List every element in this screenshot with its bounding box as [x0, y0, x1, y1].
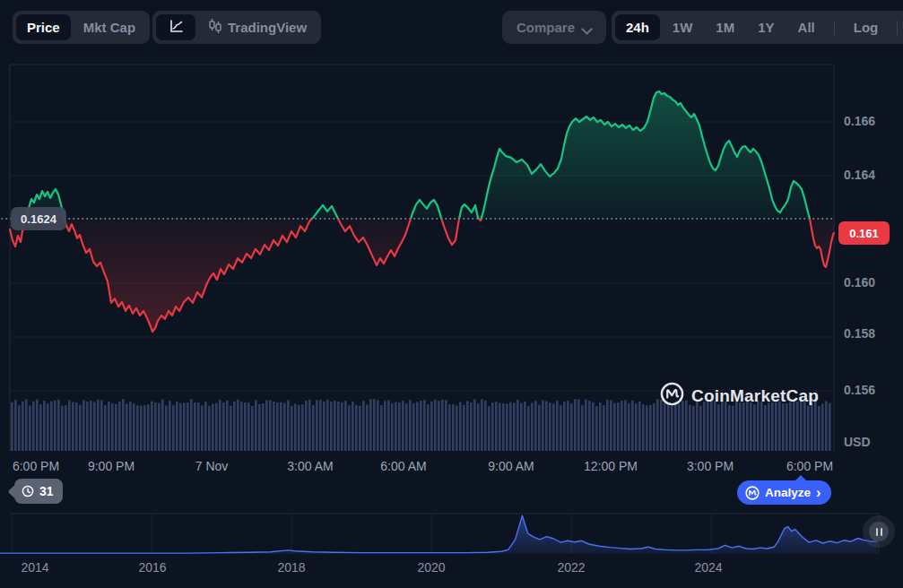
- range-1m[interactable]: 1M: [705, 14, 745, 40]
- y-axis-label: 0.164: [844, 168, 899, 182]
- y-axis-label: 0.160: [844, 275, 899, 290]
- range-all[interactable]: All: [787, 14, 826, 40]
- mini-x-axis-label: 2018: [277, 560, 305, 575]
- timeline-brush-handle[interactable]: [869, 522, 889, 541]
- history-count: 31: [39, 484, 54, 498]
- analyze-button[interactable]: Analyze ›: [737, 480, 831, 505]
- x-axis-label: 6:00 PM: [786, 459, 833, 473]
- y-axis-label: 0.156: [844, 383, 899, 397]
- mini-timeline-chart[interactable]: [0, 514, 879, 554]
- candlestick-icon: [208, 18, 222, 37]
- clock-history-icon: [21, 484, 35, 498]
- line-chart-icon: [169, 19, 184, 37]
- x-axis-label: 9:00 AM: [488, 459, 534, 473]
- toolbar-divider: [897, 21, 898, 35]
- x-axis-label: 3:00 AM: [287, 459, 333, 473]
- chevron-right-icon: ›: [816, 486, 821, 500]
- compare-label: Compare: [517, 20, 575, 35]
- range-1w[interactable]: 1W: [662, 14, 704, 40]
- coinmarketcap-watermark: CoinMarketCap: [660, 382, 819, 410]
- history-badge[interactable]: 31: [14, 479, 63, 504]
- range-selector-group: 24h 1W 1M 1Y All Log: [612, 11, 903, 44]
- mkt-cap-tab[interactable]: Mkt Cap: [73, 14, 146, 40]
- toolbar-divider: [834, 21, 835, 35]
- metric-toggle-group: Price Mkt Cap: [13, 11, 150, 44]
- mini-x-axis-label: 2014: [21, 560, 48, 575]
- coinmarketcap-logo-icon: [660, 382, 684, 410]
- baseline-price-badge: 0.1624: [11, 207, 66, 230]
- cmc-logo-icon: [745, 486, 760, 500]
- mini-x-axis-label: 2022: [557, 560, 585, 575]
- compare-button[interactable]: Compare: [502, 11, 606, 44]
- x-axis-label: 9:00 PM: [88, 459, 135, 473]
- current-price-badge: 0.161: [838, 221, 890, 245]
- y-axis-label: 0.158: [844, 326, 899, 341]
- range-1y[interactable]: 1Y: [747, 14, 785, 40]
- price-chart-page: Price Mkt Cap Tr: [0, 0, 903, 588]
- x-axis-label: 12:00 PM: [584, 459, 638, 473]
- log-scale-toggle[interactable]: Log: [843, 14, 890, 40]
- x-axis-label: 6:00 PM: [13, 459, 59, 473]
- x-axis-label: 3:00 PM: [687, 459, 734, 473]
- price-tab[interactable]: Price: [16, 14, 71, 40]
- x-axis-label: 7 Nov: [195, 459, 229, 473]
- tradingview-label: TradingView: [228, 20, 307, 35]
- range-24h[interactable]: 24h: [615, 14, 660, 40]
- currency-label: USD: [844, 435, 899, 449]
- chart-style-group: TradingView: [152, 11, 321, 44]
- watermark-text: CoinMarketCap: [691, 386, 819, 406]
- y-axis-label: 0.166: [844, 114, 899, 128]
- mini-x-axis-label: 2024: [694, 560, 722, 575]
- line-chart-toggle[interactable]: [156, 14, 195, 40]
- analyze-label: Analyze: [765, 486, 811, 499]
- mini-timeline-line: [0, 515, 878, 553]
- price-line: [2, 91, 836, 332]
- tradingview-toggle[interactable]: TradingView: [197, 14, 317, 40]
- mini-x-axis-label: 2020: [417, 560, 445, 575]
- mini-x-axis-label: 2016: [138, 560, 166, 575]
- chevron-down-icon: [583, 23, 592, 32]
- x-axis-label: 6:00 AM: [380, 459, 426, 473]
